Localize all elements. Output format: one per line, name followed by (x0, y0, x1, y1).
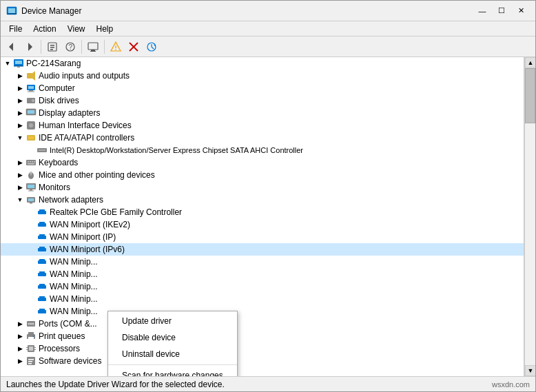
toolbar-display-btn[interactable] (85, 39, 101, 55)
tree-item-display[interactable]: ▶ Display adapters (1, 107, 524, 119)
svg-point-16 (115, 49, 116, 50)
tree-item-wan-ikev2[interactable]: ▶ WAN Miniport (IKEv2) (1, 218, 524, 231)
expand-processors[interactable]: ▶ (14, 343, 25, 354)
toolbar-sep-3 (104, 40, 105, 54)
tree-item-hid[interactable]: ▶ Human Interface Devices (1, 119, 524, 132)
svg-rect-46 (34, 161, 35, 163)
status-bar: Launches the Update Driver Wizard for th… (1, 376, 535, 391)
expand-disk[interactable]: ▶ (14, 95, 25, 106)
ports-icon (25, 318, 37, 329)
svg-marker-3 (9, 43, 13, 51)
ctx-disable-device[interactable]: Disable device (108, 329, 237, 346)
scroll-thumb[interactable] (525, 68, 535, 123)
svg-rect-69 (39, 271, 45, 273)
tree-root[interactable]: ▼ PC-214Sarang (1, 57, 524, 70)
toolbar-forward-btn[interactable] (21, 39, 38, 55)
tree-item-processors[interactable]: ▶ Processors (1, 342, 524, 355)
svg-rect-63 (39, 234, 45, 236)
menu-view[interactable]: View (62, 21, 91, 37)
menu-action[interactable]: Action (28, 21, 61, 37)
ide-label: IDE ATA/ATAPI controllers (39, 133, 134, 143)
svg-point-37 (29, 123, 33, 127)
tree-item-print[interactable]: ▶ Print queues (1, 330, 524, 342)
tree-item-monitors[interactable]: ▶ Monitors (1, 181, 524, 194)
menu-help[interactable]: Help (91, 21, 119, 37)
svg-rect-24 (17, 67, 20, 68)
tree-item-keyboard[interactable]: ▶ Keyboards (1, 156, 524, 169)
expand-mice[interactable]: ▶ (14, 169, 25, 180)
expand-print[interactable]: ▶ (14, 331, 25, 342)
tree-item-wan-6[interactable]: ▶ WAN Minip... (1, 268, 524, 280)
tree-item-wan-9[interactable]: ▶ WAN Minip... (1, 305, 524, 318)
scroll-down-btn[interactable]: ▼ (525, 365, 535, 376)
tree-item-mice[interactable]: ▶ Mice and other pointing devices (1, 169, 524, 181)
toolbar-help-btn[interactable]: ? (62, 39, 79, 55)
toolbar-remove-btn[interactable] (125, 39, 142, 55)
software-icon (25, 355, 37, 367)
ctx-uninstall-device[interactable]: Uninstall device (108, 346, 237, 362)
tree-item-ports[interactable]: ▶ Ports (COM &... (1, 318, 524, 330)
svg-rect-61 (39, 222, 45, 223)
audio-device-icon (25, 70, 37, 81)
tree-item-realtek[interactable]: ▶ Realtek PCIe GbE Family Controller (1, 206, 524, 218)
processors-icon (25, 343, 37, 354)
ctx-update-driver[interactable]: Update driver (108, 313, 237, 329)
toolbar-back-btn[interactable] (3, 39, 20, 55)
expand-ide[interactable]: ▼ (14, 132, 25, 143)
wan-7-icon (37, 281, 48, 292)
expand-hid[interactable]: ▶ (14, 120, 25, 131)
tree-item-wan-8[interactable]: ▶ WAN Minip... (1, 293, 524, 305)
scroll-track[interactable] (525, 68, 535, 365)
maximize-button[interactable]: ☐ (493, 4, 511, 18)
tree-item-wan-7[interactable]: ▶ WAN Minip... (1, 280, 524, 293)
computer-icon (13, 58, 24, 69)
wan-9-label: WAN Minip... (50, 307, 98, 316)
tree-item-wan-5[interactable]: ▶ WAN Minip... (1, 256, 524, 268)
svg-rect-81 (28, 332, 34, 335)
processors-label: Processors (39, 344, 80, 353)
wan-ip-label: WAN Miniport (IP) (50, 232, 116, 242)
svg-rect-7 (50, 47, 54, 48)
svg-rect-87 (26, 349, 28, 350)
close-button[interactable]: ✕ (512, 4, 530, 18)
tree-item-intel[interactable]: ▶ Intel(R) Desktop/Workstation/Server Ex… (1, 144, 524, 156)
svg-rect-47 (28, 163, 34, 165)
svg-rect-6 (50, 45, 54, 46)
ctx-scan-hardware[interactable]: Scan for hardware changes (108, 367, 237, 376)
expand-network[interactable]: ▼ (14, 194, 25, 205)
expand-keyboard[interactable]: ▶ (14, 157, 25, 168)
tree-item-network[interactable]: ▼ Network adapters (1, 194, 524, 206)
tree-item-wan-ip[interactable]: ▶ WAN Miniport (IP) (1, 231, 524, 243)
expand-computer[interactable]: ▶ (14, 83, 25, 94)
scrollbar[interactable]: ▲ ▼ (524, 57, 535, 376)
scroll-up-btn[interactable]: ▲ (525, 57, 535, 68)
tree-item-disk[interactable]: ▶ Disk drives (1, 94, 524, 107)
expand-software[interactable]: ▶ (14, 355, 25, 367)
menu-file[interactable]: File (3, 21, 28, 37)
svg-rect-22 (15, 61, 22, 64)
realtek-label: Realtek PCIe GbE Family Controller (50, 207, 182, 217)
toolbar-sep-2 (81, 40, 82, 54)
toolbar-scan-btn[interactable] (143, 39, 160, 55)
toolbar-warn-btn[interactable] (107, 39, 124, 55)
expand-ports[interactable]: ▶ (14, 318, 25, 329)
svg-marker-20 (154, 45, 156, 47)
tree-item-audio[interactable]: ▶ Audio inputs and outputs (1, 70, 524, 82)
svg-rect-82 (28, 337, 34, 340)
toolbar-properties-btn[interactable] (44, 39, 61, 55)
svg-rect-23 (14, 65, 23, 67)
tree-item-software[interactable]: ▶ Software devices (1, 355, 524, 367)
intel-icon (37, 145, 48, 156)
context-menu: Update driver Disable device Uninstall d… (107, 311, 238, 376)
expand-display[interactable]: ▶ (14, 107, 25, 118)
tree-item-wan-ipv6[interactable]: ▶ WAN Miniport (IPv6) (1, 243, 524, 256)
expand-monitors[interactable]: ▶ (14, 182, 25, 193)
minimize-button[interactable]: — (473, 4, 491, 18)
tree-item-computer[interactable]: ▶ Computer (1, 82, 524, 94)
expand-audio[interactable]: ▶ (14, 70, 25, 81)
audio-label: Audio inputs and outputs (39, 71, 130, 81)
tree-item-ide[interactable]: ▼ IDE ATA/ATAPI controllers (1, 132, 524, 144)
wan-ipv6-icon (37, 244, 48, 255)
expand-root[interactable]: ▼ (2, 58, 13, 69)
tree-panel[interactable]: ▼ PC-214Sarang ▶ (1, 57, 524, 376)
